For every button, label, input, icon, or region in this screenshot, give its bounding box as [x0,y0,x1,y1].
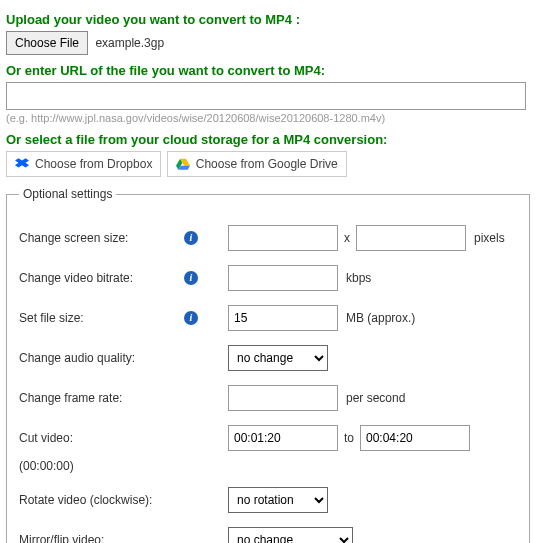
mirror-label: Mirror/flip video: [19,533,184,543]
info-icon[interactable]: i [184,231,198,245]
optional-settings-fieldset: Optional settings Change screen size: i … [6,187,530,543]
framerate-input[interactable] [228,385,338,411]
framerate-suffix: per second [346,391,405,405]
mb-suffix: MB (approx.) [346,311,415,325]
filesize-label: Set file size: [19,311,184,325]
google-drive-icon [176,157,190,171]
audio-quality-label: Change audio quality: [19,351,184,365]
selected-file-name: example.3gp [95,36,164,50]
url-heading: Or enter URL of the file you want to con… [6,63,530,78]
framerate-label: Change frame rate: [19,391,184,405]
pixels-suffix: pixels [474,231,505,245]
screen-height-input[interactable] [356,225,466,251]
audio-quality-select[interactable]: no change [228,345,328,371]
optional-legend: Optional settings [19,187,116,201]
cut-video-label: Cut video: [19,431,184,445]
cut-format-note: (00:00:00) [19,459,517,473]
mirror-select[interactable]: no change [228,527,353,543]
cut-to-input[interactable] [360,425,470,451]
x-separator: x [344,231,350,245]
url-input[interactable] [6,82,526,110]
kbps-suffix: kbps [346,271,371,285]
rotate-select[interactable]: no rotation [228,487,328,513]
screen-width-input[interactable] [228,225,338,251]
cut-from-input[interactable] [228,425,338,451]
cloud-heading: Or select a file from your cloud storage… [6,132,530,147]
choose-file-button[interactable]: Choose File [6,31,88,55]
dropbox-icon [15,157,29,171]
bitrate-label: Change video bitrate: [19,271,184,285]
choose-dropbox-button[interactable]: Choose from Dropbox [6,151,161,177]
info-icon[interactable]: i [184,311,198,325]
info-icon[interactable]: i [184,271,198,285]
bitrate-input[interactable] [228,265,338,291]
url-example: (e.g. http://www.jpl.nasa.gov/videos/wis… [6,112,530,124]
screen-size-label: Change screen size: [19,231,184,245]
upload-heading: Upload your video you want to convert to… [6,12,530,27]
gdrive-label: Choose from Google Drive [196,157,338,171]
filesize-input[interactable] [228,305,338,331]
choose-gdrive-button[interactable]: Choose from Google Drive [167,151,347,177]
rotate-label: Rotate video (clockwise): [19,493,184,507]
dropbox-label: Choose from Dropbox [35,157,152,171]
to-separator: to [344,431,354,445]
